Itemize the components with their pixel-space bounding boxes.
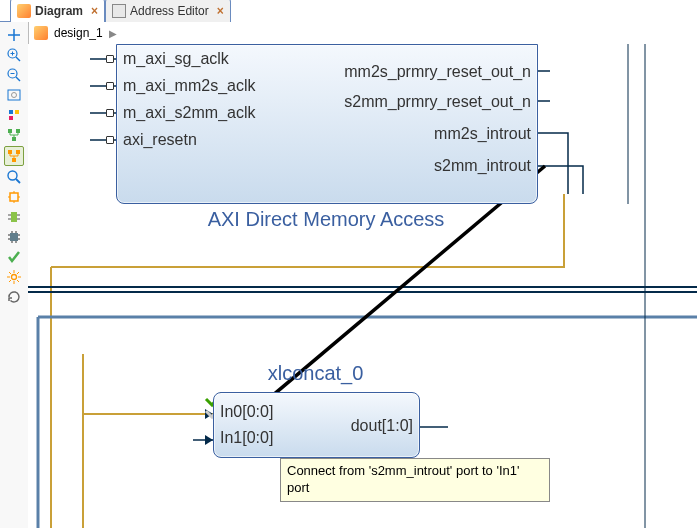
port-in1[interactable]: In1[0:0] — [220, 429, 273, 447]
svg-rect-6 — [9, 116, 13, 120]
side-toolbar — [0, 22, 29, 528]
svg-rect-9 — [12, 137, 16, 141]
port-mm2s-prmry-reset[interactable]: mm2s_prmry_reset_out_n — [344, 63, 531, 81]
port-pin[interactable] — [106, 82, 114, 90]
editor-tabs: Diagram × Address Editor × — [0, 0, 231, 22]
zoom-out-button[interactable] — [5, 66, 23, 84]
add-port-button[interactable] — [5, 208, 23, 226]
svg-rect-12 — [12, 158, 16, 162]
regenerate-layout-button[interactable] — [4, 146, 24, 166]
address-editor-icon — [112, 4, 126, 18]
svg-rect-11 — [16, 150, 20, 154]
add-ip-button[interactable] — [5, 188, 23, 206]
block-xlconcat[interactable]: In0[0:0] In1[0:0] dout[1:0] — [213, 392, 420, 458]
svg-rect-7 — [8, 129, 12, 133]
block-diagram-canvas[interactable]: m_axi_sg_aclk m_axi_mm2s_aclk m_axi_s2mm… — [28, 44, 697, 528]
svg-rect-15 — [11, 212, 17, 222]
tab-diagram[interactable]: Diagram × — [10, 0, 105, 22]
port-s2mm-introut[interactable]: s2mm_introut — [434, 157, 531, 175]
refresh-button[interactable] — [5, 288, 23, 306]
chip-tool-button[interactable] — [5, 228, 23, 246]
design-icon — [34, 26, 48, 40]
svg-point-17 — [12, 275, 17, 280]
settings-button[interactable] — [5, 268, 23, 286]
pan-tool-button[interactable] — [5, 26, 23, 44]
port-pin[interactable] — [106, 136, 114, 144]
block-label-axi-dma: AXI Direct Memory Access — [116, 208, 536, 231]
auto-layout-button[interactable] — [5, 126, 23, 144]
close-icon[interactable]: × — [91, 4, 98, 18]
tab-address-editor[interactable]: Address Editor × — [105, 0, 231, 22]
close-icon[interactable]: × — [217, 4, 224, 18]
svg-point-13 — [8, 171, 17, 180]
diagram-icon — [17, 4, 31, 18]
block-axi-dma[interactable]: m_axi_sg_aclk m_axi_mm2s_aclk m_axi_s2mm… — [116, 44, 538, 204]
tab-label: Address Editor — [130, 4, 209, 18]
block-label-xlconcat: xlconcat_0 — [213, 362, 418, 385]
connection-tooltip: Connect from 's2mm_introut' port to 'In1… — [280, 458, 550, 502]
svg-rect-5 — [15, 110, 19, 114]
port-pin[interactable] — [106, 109, 114, 117]
svg-point-3 — [12, 93, 17, 98]
svg-rect-14 — [10, 193, 18, 201]
port-mm2s-introut[interactable]: mm2s_introut — [434, 125, 531, 143]
port-s2mm-prmry-reset[interactable]: s2mm_prmry_reset_out_n — [344, 93, 531, 111]
breadcrumb-design[interactable]: design_1 — [54, 26, 103, 40]
port-dout[interactable]: dout[1:0] — [351, 417, 413, 435]
zoom-fit-button[interactable] — [5, 86, 23, 104]
zoom-in-button[interactable] — [5, 46, 23, 64]
svg-rect-16 — [10, 233, 18, 241]
breadcrumb: design_1 ▶ — [30, 22, 697, 45]
port-m-axi-sg-aclk[interactable]: m_axi_sg_aclk — [123, 50, 229, 68]
palette-tool-button[interactable] — [5, 106, 23, 124]
svg-rect-4 — [9, 110, 13, 114]
port-axi-resetn[interactable]: axi_resetn — [123, 131, 197, 149]
port-in0[interactable]: In0[0:0] — [220, 403, 273, 421]
svg-rect-10 — [8, 150, 12, 154]
search-button[interactable] — [5, 168, 23, 186]
port-pin[interactable] — [106, 55, 114, 63]
svg-rect-2 — [8, 90, 20, 100]
tooltip-text: Connect from 's2mm_introut' port to 'In1… — [287, 463, 519, 495]
port-m-axi-s2mm-aclk[interactable]: m_axi_s2mm_aclk — [123, 104, 255, 122]
tab-label: Diagram — [35, 4, 83, 18]
validate-button[interactable] — [5, 248, 23, 266]
chevron-right-icon: ▶ — [109, 28, 117, 39]
svg-rect-8 — [16, 129, 20, 133]
port-m-axi-mm2s-aclk[interactable]: m_axi_mm2s_aclk — [123, 77, 255, 95]
